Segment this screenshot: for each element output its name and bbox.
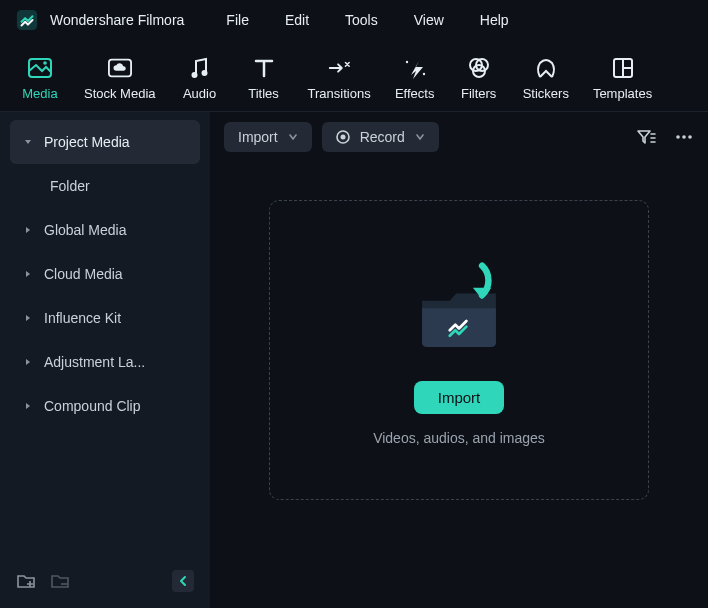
- tab-label: Transitions: [308, 86, 371, 101]
- svg-point-15: [340, 135, 345, 140]
- content-area: Import Record: [210, 112, 708, 608]
- titlebar: Wondershare Filmora File Edit Tools View…: [0, 0, 708, 40]
- import-drop-area[interactable]: Import Videos, audios, and images: [269, 200, 649, 500]
- sidebar-item-label: Compound Clip: [44, 398, 141, 414]
- tab-label: Stickers: [523, 86, 569, 101]
- chevron-down-icon: [415, 133, 425, 141]
- menu-view[interactable]: View: [414, 12, 444, 28]
- sidebar-item-label: Adjustment La...: [44, 354, 145, 370]
- tab-label: Audio: [183, 86, 216, 101]
- tab-label: Templates: [593, 86, 652, 101]
- tab-media[interactable]: Media: [10, 50, 70, 111]
- menu-help[interactable]: Help: [480, 12, 509, 28]
- tab-label: Effects: [395, 86, 435, 101]
- chevron-down-icon: [288, 133, 298, 141]
- sidebar-item-influence-kit[interactable]: Influence Kit: [10, 296, 200, 340]
- tab-stock-media[interactable]: Stock Media: [74, 50, 166, 111]
- chevron-down-icon: [22, 136, 34, 148]
- delete-folder-icon[interactable]: [50, 571, 70, 591]
- toolbar-right: [636, 127, 694, 147]
- svg-point-2: [43, 61, 47, 65]
- tab-audio[interactable]: Audio: [170, 50, 230, 111]
- filters-icon: [467, 56, 491, 80]
- import-dropdown[interactable]: Import: [224, 122, 312, 152]
- sidebar-item-cloud-media[interactable]: Cloud Media: [10, 252, 200, 296]
- sidebar-item-label: Influence Kit: [44, 310, 121, 326]
- svg-point-16: [676, 135, 680, 139]
- tab-effects[interactable]: Effects: [385, 50, 445, 111]
- record-dropdown[interactable]: Record: [322, 122, 439, 152]
- tab-stickers[interactable]: Stickers: [513, 50, 579, 111]
- new-folder-icon[interactable]: [16, 571, 36, 591]
- record-label: Record: [360, 129, 405, 145]
- import-button[interactable]: Import: [414, 381, 505, 414]
- filter-icon[interactable]: [636, 127, 656, 147]
- sidebar-item-label: Cloud Media: [44, 266, 123, 282]
- sidebar-footer: [10, 560, 200, 602]
- sidebar-item-project-media[interactable]: Project Media: [10, 120, 200, 164]
- svg-point-7: [422, 73, 424, 75]
- titles-icon: [252, 56, 276, 80]
- sidebar-item-label: Project Media: [44, 134, 130, 150]
- sidebar-item-label: Global Media: [44, 222, 127, 238]
- effects-icon: [403, 56, 427, 80]
- chevron-right-icon: [22, 224, 34, 236]
- chevron-right-icon: [22, 312, 34, 324]
- menu-edit[interactable]: Edit: [285, 12, 309, 28]
- more-icon[interactable]: [674, 127, 694, 147]
- cloud-icon: [108, 56, 132, 80]
- app-title: Wondershare Filmora: [50, 12, 184, 28]
- svg-point-18: [688, 135, 692, 139]
- chevron-right-icon: [22, 356, 34, 368]
- templates-icon: [611, 56, 635, 80]
- svg-point-4: [191, 72, 197, 78]
- sidebar-item-label: Folder: [50, 178, 90, 194]
- tab-templates[interactable]: Templates: [583, 50, 662, 111]
- tab-transitions[interactable]: Transitions: [298, 50, 381, 111]
- app-logo-icon: [16, 9, 38, 31]
- tab-label: Filters: [461, 86, 496, 101]
- sidebar: Project Media Folder Global Media Cloud …: [0, 112, 210, 608]
- menubar: File Edit Tools View Help: [226, 12, 508, 28]
- stickers-icon: [534, 56, 558, 80]
- tab-label: Media: [22, 86, 57, 101]
- tab-titles[interactable]: Titles: [234, 50, 294, 111]
- tab-label: Stock Media: [84, 86, 156, 101]
- sidebar-item-compound-clip[interactable]: Compound Clip: [10, 384, 200, 428]
- svg-point-6: [405, 61, 407, 63]
- transitions-icon: [327, 56, 351, 80]
- main-area: Project Media Folder Global Media Cloud …: [0, 112, 708, 608]
- sidebar-item-folder[interactable]: Folder: [10, 164, 200, 208]
- record-icon: [336, 130, 350, 144]
- svg-point-5: [201, 70, 207, 76]
- sidebar-item-adjustment-layer[interactable]: Adjustment La...: [10, 340, 200, 384]
- import-label: Import: [238, 129, 278, 145]
- menu-file[interactable]: File: [226, 12, 249, 28]
- chevron-right-icon: [22, 268, 34, 280]
- primary-tabs: Media Stock Media Audio Titles Transitio…: [0, 40, 708, 112]
- content-toolbar: Import Record: [210, 112, 708, 162]
- tab-label: Titles: [248, 86, 279, 101]
- collapse-sidebar-button[interactable]: [172, 570, 194, 592]
- menu-tools[interactable]: Tools: [345, 12, 378, 28]
- folder-illustration-icon: [399, 255, 519, 365]
- tab-filters[interactable]: Filters: [449, 50, 509, 111]
- svg-point-17: [682, 135, 686, 139]
- sidebar-item-global-media[interactable]: Global Media: [10, 208, 200, 252]
- audio-icon: [188, 56, 212, 80]
- chevron-right-icon: [22, 400, 34, 412]
- drop-caption: Videos, audios, and images: [373, 430, 545, 446]
- media-icon: [28, 56, 52, 80]
